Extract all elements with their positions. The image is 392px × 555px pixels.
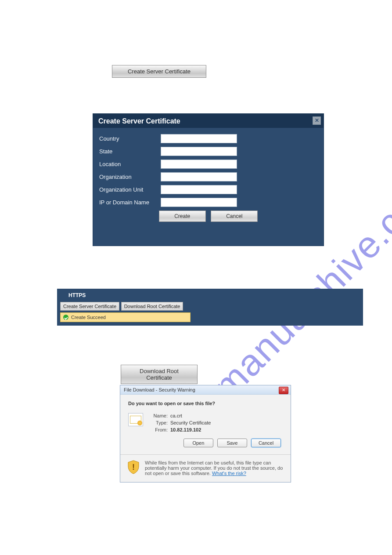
- shield-warning-icon: !: [127, 460, 140, 474]
- file-details: Name:ca.crt Type:Security Certificate Fr…: [149, 413, 211, 434]
- create-button[interactable]: Create: [159, 210, 206, 222]
- close-icon[interactable]: ✕: [313, 116, 321, 125]
- svg-text:!: !: [132, 463, 135, 472]
- create-server-cert-modal: Create Server Certificate ✕ Country Stat…: [93, 113, 324, 246]
- location-input[interactable]: [161, 160, 237, 169]
- country-input[interactable]: [161, 134, 237, 143]
- security-warning-row: ! While files from the Internet can be u…: [120, 454, 291, 482]
- location-label: Location: [99, 161, 161, 167]
- open-button[interactable]: Open: [183, 439, 213, 447]
- create-server-cert-button[interactable]: Create Server Certificate: [60, 302, 119, 311]
- success-text: Create Succeed: [71, 315, 106, 320]
- name-value: ca.crt: [170, 413, 182, 418]
- https-title: HTTPS: [57, 289, 363, 302]
- ip-domain-input[interactable]: [161, 198, 237, 207]
- dialog-title-bar: File Download - Security Warning ✕: [120, 385, 291, 395]
- create-server-cert-button-top[interactable]: Create Server Certificate: [112, 65, 206, 78]
- organization-label: Organization: [99, 174, 161, 180]
- country-label: Country: [99, 135, 161, 142]
- org-unit-input[interactable]: [161, 185, 237, 194]
- name-label: Name:: [149, 413, 168, 418]
- whats-the-risk-link[interactable]: What's the risk?: [212, 471, 246, 476]
- type-label: Type:: [149, 420, 168, 425]
- state-label: State: [99, 148, 161, 155]
- cancel-button[interactable]: Cancel: [251, 439, 281, 447]
- organization-input[interactable]: [161, 172, 237, 181]
- type-value: Security Certificate: [170, 420, 211, 425]
- modal-title-bar: Create Server Certificate ✕: [93, 114, 324, 128]
- dialog-question: Do you want to open or save this file?: [128, 401, 283, 406]
- close-icon[interactable]: ✕: [279, 387, 288, 394]
- dialog-title: File Download - Security Warning: [124, 387, 195, 392]
- certificate-icon: [128, 413, 143, 426]
- https-panel: HTTPS Create Server Certificate Download…: [57, 289, 363, 326]
- modal-body: Country State Location Organization Orga…: [93, 128, 324, 222]
- save-button[interactable]: Save: [217, 439, 247, 447]
- download-root-cert-button[interactable]: Download Root Certificate: [121, 302, 183, 311]
- download-root-cert-button-standalone[interactable]: Download Root Certificate: [121, 365, 198, 384]
- org-unit-label: Organization Unit: [99, 186, 161, 193]
- success-message-bar: Create Succeed: [60, 312, 191, 322]
- ip-domain-label: IP or Domain Name: [99, 199, 161, 206]
- modal-title: Create Server Certificate: [98, 117, 180, 125]
- check-icon: [63, 315, 68, 320]
- from-label: From:: [149, 427, 168, 432]
- file-download-dialog: File Download - Security Warning ✕ Do yo…: [120, 385, 291, 482]
- warning-text-block: While files from the Internet can be use…: [145, 460, 284, 476]
- state-input[interactable]: [161, 147, 237, 156]
- from-value: 10.82.119.102: [170, 427, 201, 432]
- cancel-button[interactable]: Cancel: [211, 210, 258, 222]
